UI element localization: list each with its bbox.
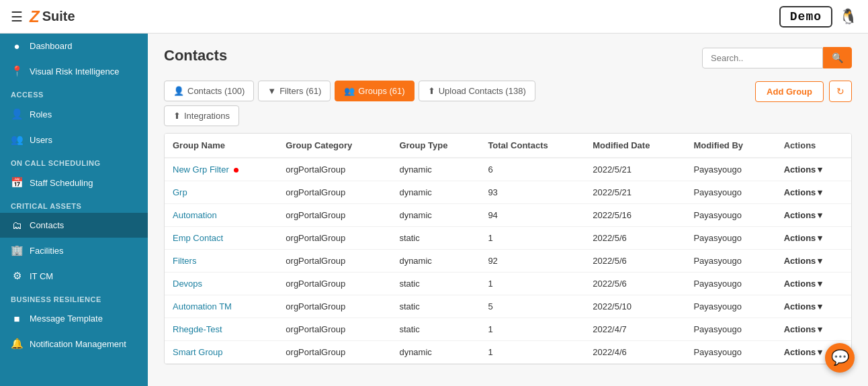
sidebar-item-label: Users (30, 135, 52, 145)
actions-arrow-icon: ▾ (818, 256, 822, 266)
table-row: Automation orgPortalGroup dynamic 94 202… (165, 204, 851, 227)
groups-tab-label: Groups (61) (358, 86, 404, 96)
group-name-link[interactable]: Grp (173, 187, 187, 197)
col-group-category: Group Category (277, 134, 391, 158)
logo-z: Z (30, 7, 40, 26)
actions-dropdown-button[interactable]: Actions ▾ (784, 301, 823, 311)
add-group-button[interactable]: Add Group (755, 81, 824, 102)
actions-arrow-icon: ▾ (818, 210, 822, 220)
actions-label: Actions (784, 347, 816, 357)
actions-dropdown-button[interactable]: Actions ▾ (784, 164, 823, 175)
cell-group-name: Automation TM (165, 295, 277, 318)
actions-dropdown-button[interactable]: Actions ▾ (784, 279, 823, 289)
cell-category: orgPortalGroup (277, 204, 391, 227)
cell-group-name: Emp Contact (165, 227, 277, 250)
cell-actions: Actions ▾ (776, 273, 851, 295)
groups-tab-icon: 👥 (344, 86, 355, 96)
tabs-container: 👤 Contacts (100) ▼ Filters (61) 👥 Groups… (164, 81, 535, 126)
actions-dropdown-button[interactable]: Actions ▾ (784, 324, 823, 334)
cell-date: 2022/5/21 (584, 181, 685, 204)
cell-total: 93 (480, 181, 584, 204)
contacts-tab-icon: 👤 (173, 86, 184, 96)
table-row: Emp Contact orgPortalGroup static 1 2022… (165, 227, 851, 250)
sidebar-item-label: Notification Management (30, 339, 126, 349)
topbar-left: ☰ Z Suite (11, 7, 75, 26)
table-row: Automation TM orgPortalGroup static 5 20… (165, 295, 851, 318)
section-label-business: BUSINESS RESILIENCE (0, 289, 148, 306)
sidebar-item-staff-scheduling[interactable]: 📅 Staff Scheduling (0, 170, 148, 195)
sidebar-item-contacts[interactable]: 🗂 Contacts (0, 213, 148, 238)
search-box: 🔍 (702, 47, 852, 68)
user-avatar-icon[interactable]: 🐧 (839, 8, 857, 26)
group-name-link[interactable]: Rhegde-Test (173, 324, 222, 334)
logo-suite: Suite (42, 9, 75, 24)
sidebar-item-notification[interactable]: 🔔 Notification Management (0, 331, 148, 356)
actions-dropdown-button[interactable]: Actions ▾ (784, 210, 823, 220)
sidebar-item-label: Contacts (30, 220, 64, 230)
group-name-link[interactable]: Filters (173, 256, 196, 266)
cell-category: orgPortalGroup (277, 181, 391, 204)
cell-by: Payasyougo (685, 318, 775, 341)
group-name-link[interactable]: Automation (173, 210, 217, 220)
cell-group-name: Grp (165, 181, 277, 204)
cell-date: 2022/5/6 (584, 273, 685, 295)
cell-category: orgPortalGroup (277, 273, 391, 295)
cell-actions: Actions ▾ (776, 158, 851, 181)
demo-badge: Demo (779, 6, 832, 28)
sidebar-item-dashboard[interactable]: ● Dashboard (0, 34, 148, 58)
sidebar-item-facilities[interactable]: 🏢 Facilities (0, 238, 148, 263)
sidebar-item-itcm[interactable]: ⚙ IT CM (0, 263, 148, 289)
refresh-button[interactable]: ↻ (829, 81, 852, 102)
sidebar-item-users[interactable]: 👥 Users (0, 127, 148, 152)
cell-by: Payasyougo (685, 204, 775, 227)
actions-row: Add Group ↻ (755, 81, 852, 102)
col-group-name: Group Name (165, 134, 277, 158)
cell-type: dynamic (391, 250, 480, 273)
cell-total: 5 (480, 295, 584, 318)
table-row: Rhegde-Test orgPortalGroup static 1 2022… (165, 318, 851, 341)
sidebar-item-label: IT CM (30, 271, 53, 281)
sidebar-item-label: Staff Scheduling (30, 178, 93, 188)
group-name-link[interactable]: Smart Group (173, 347, 222, 357)
cell-group-name: New Grp Filter (165, 158, 277, 181)
cell-date: 2022/5/10 (584, 295, 685, 318)
actions-label: Actions (784, 324, 816, 334)
tab-groups[interactable]: 👥 Groups (61) (335, 81, 414, 101)
actions-arrow-icon: ▾ (818, 347, 822, 357)
cell-group-name: Filters (165, 250, 277, 273)
cell-date: 2022/4/6 (584, 341, 685, 364)
actions-dropdown-button[interactable]: Actions ▾ (784, 347, 823, 357)
group-name-link[interactable]: Automation TM (173, 301, 232, 311)
cell-by: Payasyougo (685, 273, 775, 295)
chat-fab-button[interactable]: 💬 (825, 343, 855, 373)
actions-arrow-icon: ▾ (818, 301, 822, 311)
cell-total: 1 (480, 273, 584, 295)
cell-type: static (391, 318, 480, 341)
actions-dropdown-button[interactable]: Actions ▾ (784, 187, 823, 197)
search-input[interactable] (702, 48, 823, 68)
sidebar-item-message-template[interactable]: ■ Message Template (0, 306, 148, 331)
staff-scheduling-icon: 📅 (11, 177, 23, 189)
groups-table-container: Group Name Group Category Group Type Tot… (164, 133, 852, 365)
cell-date: 2022/5/6 (584, 250, 685, 273)
group-name-link[interactable]: New Grp Filter (173, 164, 229, 175)
tab-integrations[interactable]: ⬆ Integrations (164, 105, 239, 126)
sidebar-item-roles[interactable]: 👤 Roles (0, 101, 148, 127)
cell-actions: Actions ▾ (776, 204, 851, 227)
group-name-link[interactable]: Devops (173, 279, 202, 289)
actions-dropdown-button[interactable]: Actions ▾ (784, 233, 823, 243)
cell-date: 2022/4/7 (584, 318, 685, 341)
sidebar: ● Dashboard 📍 Visual Risk Intelligence A… (0, 34, 148, 386)
hamburger-icon[interactable]: ☰ (11, 9, 23, 25)
actions-dropdown-button[interactable]: Actions ▾ (784, 256, 823, 266)
actions-arrow-icon: ▾ (818, 279, 822, 289)
sidebar-item-visual-risk[interactable]: 📍 Visual Risk Intelligence (0, 58, 148, 84)
tab-filters[interactable]: ▼ Filters (61) (258, 81, 331, 101)
cell-type: dynamic (391, 158, 480, 181)
actions-arrow-icon: ▾ (818, 324, 822, 334)
group-name-link[interactable]: Emp Contact (173, 233, 223, 243)
tab-upload[interactable]: ⬆ Upload Contacts (138) (419, 81, 535, 101)
search-button[interactable]: 🔍 (823, 47, 852, 68)
cell-by: Payasyougo (685, 158, 775, 181)
tab-contacts[interactable]: 👤 Contacts (100) (164, 81, 254, 101)
